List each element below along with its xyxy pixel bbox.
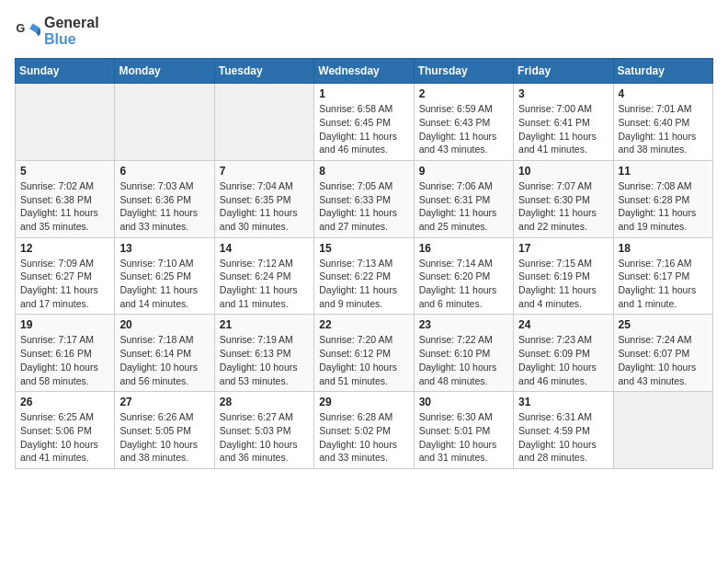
day-number: 5 xyxy=(20,165,109,178)
day-number: 11 xyxy=(619,165,708,178)
day-info: Sunrise: 7:07 AM Sunset: 6:30 PM Dayligh… xyxy=(518,179,608,234)
calendar-cell: 21Sunrise: 7:19 AM Sunset: 6:13 PM Dayli… xyxy=(214,315,313,392)
day-info: Sunrise: 6:59 AM Sunset: 6:43 PM Dayligh… xyxy=(419,102,508,156)
day-info: Sunrise: 7:09 AM Sunset: 6:27 PM Dayligh… xyxy=(20,257,109,311)
day-info: Sunrise: 6:28 AM Sunset: 5:02 PM Dayligh… xyxy=(319,410,408,465)
calendar-cell: 7Sunrise: 7:04 AM Sunset: 6:35 PM Daylig… xyxy=(214,160,313,237)
calendar-cell: 27Sunrise: 6:26 AM Sunset: 5:05 PM Dayli… xyxy=(115,392,214,469)
day-number: 19 xyxy=(20,318,109,331)
day-info: Sunrise: 7:17 AM Sunset: 6:16 PM Dayligh… xyxy=(20,333,109,387)
day-info: Sunrise: 7:15 AM Sunset: 6:19 PM Dayligh… xyxy=(518,257,608,311)
day-info: Sunrise: 7:01 AM Sunset: 6:40 PM Dayligh… xyxy=(619,102,708,156)
day-info: Sunrise: 7:16 AM Sunset: 6:17 PM Dayligh… xyxy=(619,257,708,311)
weekday-header-thursday: Thursday xyxy=(414,59,513,84)
day-number: 8 xyxy=(319,165,408,178)
day-info: Sunrise: 6:27 AM Sunset: 5:03 PM Dayligh… xyxy=(220,410,309,465)
calendar-cell: 29Sunrise: 6:28 AM Sunset: 5:02 PM Dayli… xyxy=(314,392,414,469)
calendar-cell: 1Sunrise: 6:58 AM Sunset: 6:45 PM Daylig… xyxy=(314,84,414,161)
calendar-cell: 18Sunrise: 7:16 AM Sunset: 6:17 PM Dayli… xyxy=(613,237,712,315)
day-number: 30 xyxy=(419,396,508,408)
day-number: 23 xyxy=(419,318,508,331)
calendar-cell: 26Sunrise: 6:25 AM Sunset: 5:06 PM Dayli… xyxy=(16,392,115,469)
day-number: 28 xyxy=(220,396,309,408)
day-info: Sunrise: 7:08 AM Sunset: 6:28 PM Dayligh… xyxy=(619,179,708,234)
calendar-cell: 23Sunrise: 7:22 AM Sunset: 6:10 PM Dayli… xyxy=(414,315,513,392)
day-number: 22 xyxy=(319,318,408,331)
day-info: Sunrise: 7:24 AM Sunset: 6:07 PM Dayligh… xyxy=(619,333,708,387)
day-number: 14 xyxy=(220,242,309,255)
weekday-header-wednesday: Wednesday xyxy=(314,59,414,84)
day-info: Sunrise: 7:22 AM Sunset: 6:10 PM Dayligh… xyxy=(419,333,508,387)
day-info: Sunrise: 6:26 AM Sunset: 5:05 PM Dayligh… xyxy=(119,410,209,465)
day-number: 26 xyxy=(20,396,109,408)
calendar-cell xyxy=(613,392,712,469)
day-number: 3 xyxy=(518,87,608,100)
weekday-header-sunday: Sunday xyxy=(16,59,115,84)
calendar-cell: 20Sunrise: 7:18 AM Sunset: 6:14 PM Dayli… xyxy=(115,315,214,392)
logo-blue: Blue xyxy=(44,31,99,48)
day-info: Sunrise: 7:10 AM Sunset: 6:25 PM Dayligh… xyxy=(119,257,209,311)
day-info: Sunrise: 7:03 AM Sunset: 6:36 PM Dayligh… xyxy=(119,179,209,234)
day-number: 18 xyxy=(619,242,708,255)
day-info: Sunrise: 6:25 AM Sunset: 5:06 PM Dayligh… xyxy=(20,410,109,465)
day-number: 16 xyxy=(419,242,508,255)
day-info: Sunrise: 6:58 AM Sunset: 6:45 PM Dayligh… xyxy=(319,102,408,156)
day-number: 17 xyxy=(518,242,608,255)
calendar-cell: 10Sunrise: 7:07 AM Sunset: 6:30 PM Dayli… xyxy=(514,160,613,237)
calendar-cell: 28Sunrise: 6:27 AM Sunset: 5:03 PM Dayli… xyxy=(214,392,313,469)
day-info: Sunrise: 7:20 AM Sunset: 6:12 PM Dayligh… xyxy=(319,333,408,387)
calendar-cell: 25Sunrise: 7:24 AM Sunset: 6:07 PM Dayli… xyxy=(613,315,712,392)
calendar-cell: 17Sunrise: 7:15 AM Sunset: 6:19 PM Dayli… xyxy=(514,237,613,315)
weekday-header-tuesday: Tuesday xyxy=(214,59,313,84)
calendar-cell: 16Sunrise: 7:14 AM Sunset: 6:20 PM Dayli… xyxy=(414,237,513,315)
calendar-cell: 30Sunrise: 6:30 AM Sunset: 5:01 PM Dayli… xyxy=(414,392,513,469)
calendar-cell: 11Sunrise: 7:08 AM Sunset: 6:28 PM Dayli… xyxy=(613,160,712,237)
logo: G General Blue xyxy=(15,15,99,47)
day-number: 6 xyxy=(119,165,209,178)
day-number: 9 xyxy=(419,165,508,178)
calendar-cell: 13Sunrise: 7:10 AM Sunset: 6:25 PM Dayli… xyxy=(115,237,214,315)
day-number: 2 xyxy=(419,87,508,100)
calendar-cell: 6Sunrise: 7:03 AM Sunset: 6:36 PM Daylig… xyxy=(115,160,214,237)
weekday-header-friday: Friday xyxy=(514,59,613,84)
day-info: Sunrise: 7:06 AM Sunset: 6:31 PM Dayligh… xyxy=(419,179,508,234)
calendar-cell: 22Sunrise: 7:20 AM Sunset: 6:12 PM Dayli… xyxy=(314,315,414,392)
calendar-cell: 19Sunrise: 7:17 AM Sunset: 6:16 PM Dayli… xyxy=(16,315,115,392)
calendar-cell: 12Sunrise: 7:09 AM Sunset: 6:27 PM Dayli… xyxy=(16,237,115,315)
day-number: 21 xyxy=(220,318,309,331)
day-number: 7 xyxy=(220,165,309,178)
day-info: Sunrise: 7:02 AM Sunset: 6:38 PM Dayligh… xyxy=(20,179,109,234)
day-number: 13 xyxy=(119,242,209,255)
day-info: Sunrise: 7:19 AM Sunset: 6:13 PM Dayligh… xyxy=(220,333,309,387)
calendar-cell: 31Sunrise: 6:31 AM Sunset: 4:59 PM Dayli… xyxy=(514,392,613,469)
calendar-cell: 2Sunrise: 6:59 AM Sunset: 6:43 PM Daylig… xyxy=(414,84,513,161)
calendar-cell: 24Sunrise: 7:23 AM Sunset: 6:09 PM Dayli… xyxy=(514,315,613,392)
day-number: 10 xyxy=(518,165,608,178)
day-info: Sunrise: 7:14 AM Sunset: 6:20 PM Dayligh… xyxy=(419,257,508,311)
day-number: 31 xyxy=(518,396,608,408)
day-info: Sunrise: 6:30 AM Sunset: 5:01 PM Dayligh… xyxy=(419,410,508,465)
calendar-table: SundayMondayTuesdayWednesdayThursdayFrid… xyxy=(15,58,713,469)
day-number: 20 xyxy=(119,318,209,331)
calendar-cell: 5Sunrise: 7:02 AM Sunset: 6:38 PM Daylig… xyxy=(16,160,115,237)
day-number: 1 xyxy=(319,87,408,100)
calendar-cell: 8Sunrise: 7:05 AM Sunset: 6:33 PM Daylig… xyxy=(314,160,414,237)
day-number: 29 xyxy=(319,396,408,408)
calendar-cell xyxy=(214,84,313,161)
calendar-cell: 3Sunrise: 7:00 AM Sunset: 6:41 PM Daylig… xyxy=(514,84,613,161)
day-info: Sunrise: 7:05 AM Sunset: 6:33 PM Dayligh… xyxy=(319,179,408,234)
weekday-header-monday: Monday xyxy=(115,59,214,84)
calendar-cell: 15Sunrise: 7:13 AM Sunset: 6:22 PM Dayli… xyxy=(314,237,414,315)
day-info: Sunrise: 7:04 AM Sunset: 6:35 PM Dayligh… xyxy=(220,179,309,234)
day-info: Sunrise: 7:23 AM Sunset: 6:09 PM Dayligh… xyxy=(518,333,608,387)
svg-text:G: G xyxy=(16,22,25,35)
day-number: 24 xyxy=(518,318,608,331)
weekday-header-saturday: Saturday xyxy=(613,59,712,84)
day-number: 27 xyxy=(119,396,209,408)
calendar-cell: 14Sunrise: 7:12 AM Sunset: 6:24 PM Dayli… xyxy=(214,237,313,315)
day-info: Sunrise: 7:18 AM Sunset: 6:14 PM Dayligh… xyxy=(119,333,209,387)
day-number: 12 xyxy=(20,242,109,255)
day-info: Sunrise: 7:00 AM Sunset: 6:41 PM Dayligh… xyxy=(518,102,608,156)
day-info: Sunrise: 7:12 AM Sunset: 6:24 PM Dayligh… xyxy=(220,257,309,311)
day-info: Sunrise: 6:31 AM Sunset: 4:59 PM Dayligh… xyxy=(518,410,608,465)
